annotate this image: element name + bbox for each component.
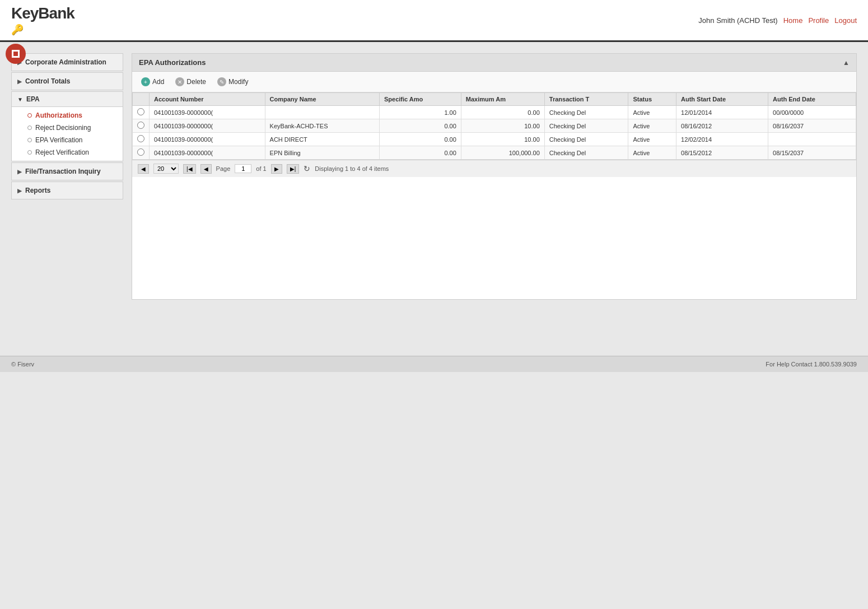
row-radio[interactable] bbox=[137, 122, 144, 129]
prev-page-btn2[interactable]: ◀ bbox=[200, 164, 212, 174]
arrow-icon: ▶ bbox=[17, 78, 22, 85]
toolbar: + Add ✕ Delete ✎ Modify bbox=[132, 72, 856, 92]
row-radio[interactable] bbox=[137, 108, 144, 115]
panel-title: EPA Authorizations bbox=[139, 58, 206, 67]
row-status: Active bbox=[628, 119, 676, 133]
row-end-date: 00/00/0000 bbox=[768, 106, 856, 119]
row-specific: 0.00 bbox=[380, 146, 461, 160]
sidebar-label-file: File/Transaction Inquiry bbox=[25, 168, 101, 175]
col-auth-end: Auth End Date bbox=[768, 93, 856, 106]
sidebar-item-reports[interactable]: ▶ Reports bbox=[11, 182, 123, 199]
copyright: © Fiserv bbox=[11, 361, 34, 368]
row-specific: 1.00 bbox=[380, 106, 461, 119]
row-radio[interactable] bbox=[137, 148, 144, 156]
header: KeyBank 🔑 John Smith (ACHD Test) Home Pr… bbox=[0, 0, 868, 42]
delete-button[interactable]: ✕ Delete bbox=[173, 76, 208, 87]
row-transaction: Checking Del bbox=[544, 119, 628, 133]
pagination: ◀ 20 50 100 |◀ ◀ Page of 1 ▶ ▶| ↻ Displa… bbox=[132, 160, 856, 177]
row-status: Active bbox=[628, 106, 676, 119]
sidebar-label-corporate: Corporate Administration bbox=[25, 58, 106, 66]
delete-label: Delete bbox=[186, 78, 206, 86]
dot-icon bbox=[27, 138, 32, 142]
table-wrapper: Account Number Company Name Specific Amo… bbox=[132, 92, 856, 160]
reject-decisioning-label: Reject Decisioning bbox=[35, 124, 91, 132]
table-header-row: Account Number Company Name Specific Amo… bbox=[133, 93, 856, 106]
first-page-button[interactable]: |◀ bbox=[183, 164, 196, 174]
key-icon: 🔑 bbox=[11, 24, 24, 36]
selected-indicator bbox=[6, 44, 26, 64]
row-end-date: 08/16/2037 bbox=[768, 119, 856, 133]
row-transaction: Checking Del bbox=[544, 106, 628, 119]
table-row[interactable]: 041001039-0000000( 1.00 0.00 Checking De… bbox=[133, 106, 856, 119]
last-page-button[interactable]: ▶| bbox=[287, 164, 300, 174]
data-table: Account Number Company Name Specific Amo… bbox=[132, 92, 856, 160]
sidebar-item-reject-decisioning[interactable]: Reject Decisioning bbox=[12, 122, 123, 134]
delete-icon: ✕ bbox=[175, 77, 184, 86]
col-specific: Specific Amo bbox=[380, 93, 461, 106]
user-name: John Smith (ACHD Test) bbox=[698, 16, 777, 25]
display-info: Displaying 1 to 4 of 4 items bbox=[315, 165, 389, 172]
refresh-button[interactable]: ↻ bbox=[304, 164, 310, 173]
row-maximum: 0.00 bbox=[461, 106, 544, 119]
page-size-select[interactable]: 20 50 100 bbox=[153, 164, 179, 174]
sidebar-item-epa-verification[interactable]: EPA Verification bbox=[12, 134, 123, 146]
table-row[interactable]: 041001039-0000000( EPN Billing 0.00 100,… bbox=[133, 146, 856, 160]
page-label: Page bbox=[216, 165, 231, 172]
table-row[interactable]: 041001039-0000000( ACH DIRECT 0.00 10.00… bbox=[133, 133, 856, 146]
epa-header[interactable]: ▼ EPA bbox=[12, 92, 123, 107]
row-company: KeyBank-ACHD-TES bbox=[265, 119, 379, 133]
sidebar-item-authorizations[interactable]: Authorizations bbox=[12, 109, 123, 122]
panel-collapse-button[interactable]: ▲ bbox=[843, 59, 850, 67]
col-transaction: Transaction T bbox=[544, 93, 628, 106]
col-maximum: Maximum Am bbox=[461, 93, 544, 106]
main-layout: ▶ Corporate Administration ▶ Control Tot… bbox=[0, 42, 868, 311]
row-maximum: 100,000.00 bbox=[461, 146, 544, 160]
arrow-icon: ▶ bbox=[17, 169, 22, 175]
prev-page-button[interactable]: ◀ bbox=[138, 164, 149, 174]
col-auth-start: Auth Start Date bbox=[676, 93, 768, 106]
profile-link[interactable]: Profile bbox=[808, 16, 829, 25]
dot-icon bbox=[27, 125, 32, 130]
row-radio-cell[interactable] bbox=[133, 133, 150, 146]
logo-area: KeyBank 🔑 bbox=[11, 4, 74, 36]
row-start-date: 08/15/2012 bbox=[676, 146, 768, 160]
row-company: EPN Billing bbox=[265, 146, 379, 160]
row-status: Active bbox=[628, 133, 676, 146]
table-row[interactable]: 041001039-0000000( KeyBank-ACHD-TES 0.00… bbox=[133, 119, 856, 133]
next-page-button[interactable]: ▶ bbox=[271, 164, 282, 174]
add-icon: + bbox=[141, 77, 150, 86]
dot-icon bbox=[27, 113, 32, 118]
row-radio[interactable] bbox=[137, 135, 144, 142]
row-start-date: 08/16/2012 bbox=[676, 119, 768, 133]
modify-button[interactable]: ✎ Modify bbox=[215, 76, 250, 87]
panel-header: EPA Authorizations ▲ bbox=[132, 54, 856, 72]
row-start-date: 12/01/2014 bbox=[676, 106, 768, 119]
reject-verification-label: Reject Verification bbox=[35, 148, 89, 156]
row-transaction: Checking Del bbox=[544, 146, 628, 160]
row-end-date: 08/15/2037 bbox=[768, 146, 856, 160]
row-maximum: 10.00 bbox=[461, 119, 544, 133]
content-panel: EPA Authorizations ▲ + Add ✕ Delete ✎ Mo… bbox=[132, 53, 857, 300]
row-radio-cell[interactable] bbox=[133, 146, 150, 160]
add-button[interactable]: + Add bbox=[139, 76, 166, 87]
sidebar-item-epa: ▼ EPA Authorizations Reject Decisioning … bbox=[11, 91, 123, 161]
row-account: 041001039-0000000( bbox=[150, 106, 265, 119]
row-radio-cell[interactable] bbox=[133, 106, 150, 119]
sidebar-item-control-totals[interactable]: ▶ Control Totals bbox=[11, 72, 123, 90]
row-account: 041001039-0000000( bbox=[150, 133, 265, 146]
footer: © Fiserv For Help Contact 1.800.539.9039 bbox=[0, 356, 868, 372]
col-account: Account Number bbox=[150, 93, 265, 106]
epa-verification-label: EPA Verification bbox=[35, 136, 83, 144]
sidebar-item-file-inquiry[interactable]: ▶ File/Transaction Inquiry bbox=[11, 162, 123, 180]
logout-link[interactable]: Logout bbox=[834, 16, 857, 25]
row-start-date: 12/02/2014 bbox=[676, 133, 768, 146]
row-radio-cell[interactable] bbox=[133, 119, 150, 133]
sidebar-item-corporate-admin[interactable]: ▶ Corporate Administration bbox=[11, 53, 123, 71]
row-company: ACH DIRECT bbox=[265, 133, 379, 146]
help-text: For Help Contact 1.800.539.9039 bbox=[766, 361, 857, 368]
arrow-down-icon: ▼ bbox=[17, 96, 23, 103]
sidebar-item-reject-verification[interactable]: Reject Verification bbox=[12, 146, 123, 159]
home-link[interactable]: Home bbox=[783, 16, 803, 25]
row-maximum: 10.00 bbox=[461, 133, 544, 146]
page-input[interactable] bbox=[235, 164, 251, 173]
